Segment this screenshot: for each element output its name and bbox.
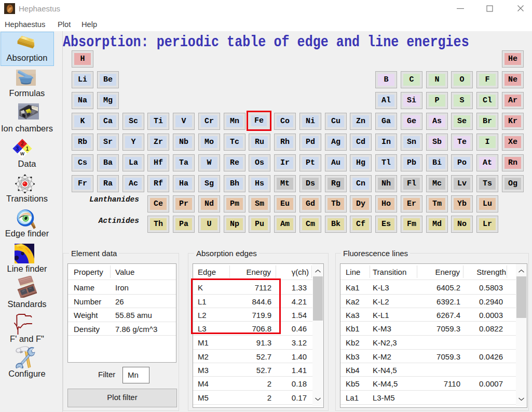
svg-text:2: 2 (21, 141, 24, 147)
svg-text:3: 3 (16, 146, 19, 152)
svg-text:W: W (20, 151, 25, 156)
svg-text:1: 1 (26, 146, 29, 152)
